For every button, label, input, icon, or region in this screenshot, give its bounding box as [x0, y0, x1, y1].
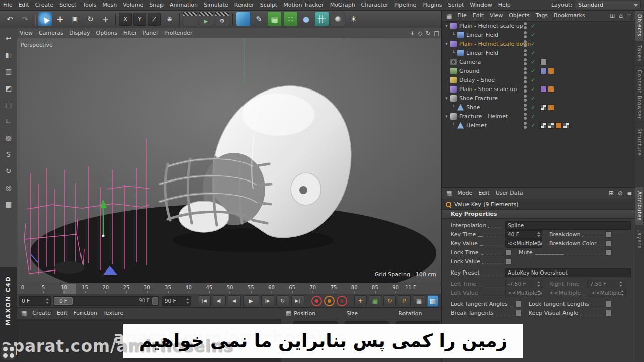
edges-mode-icon[interactable]: ∟ — [2, 114, 15, 128]
visibility-dots[interactable] — [524, 122, 527, 129]
menu-pipeline[interactable]: Pipeline — [391, 0, 419, 10]
tab-structure[interactable]: Structure — [635, 124, 643, 161]
last-tool-icon[interactable]: + — [99, 12, 112, 26]
mute-checkbox[interactable] — [605, 249, 612, 256]
tag-icon[interactable] — [540, 122, 547, 129]
panel-grid-icon[interactable]: ▦ — [21, 310, 27, 317]
key-time-input[interactable]: 40 F — [505, 230, 542, 239]
y-axis-lock-icon[interactable]: Y — [133, 13, 146, 26]
enabled-check-icon[interactable]: ✓ — [531, 86, 535, 93]
timeline-ruler[interactable]: 05101520253035404550556065707580859011 F — [17, 283, 441, 294]
goto-start-button[interactable]: |◀ — [198, 295, 211, 306]
menu-window[interactable]: Window — [467, 0, 495, 10]
object-row[interactable]: ▾Shoe Fracture✓ — [442, 94, 635, 103]
visibility-dots[interactable] — [524, 40, 527, 47]
breakdown-color-checkbox[interactable] — [605, 240, 612, 247]
texture-mode-icon[interactable]: ▥ — [2, 64, 15, 78]
range-start-handle[interactable]: 0 F — [54, 297, 73, 305]
object-row[interactable]: └Shoe✓ — [442, 103, 635, 112]
enabled-check-icon[interactable]: ✓ — [531, 41, 535, 47]
environment-floor-icon[interactable] — [314, 12, 329, 26]
tag-icon[interactable] — [548, 104, 554, 111]
am-menu-mode[interactable]: Mode — [454, 188, 475, 198]
home-icon[interactable]: ⌂ — [619, 12, 623, 19]
points-mode-icon[interactable]: □ — [2, 98, 15, 111]
redo-icon[interactable]: ↷ — [18, 12, 32, 26]
expand-icon[interactable]: ▾ — [443, 23, 450, 28]
tag-icon[interactable] — [540, 104, 547, 111]
toggle-views-icon[interactable]: □ — [434, 30, 439, 37]
menu-sculpt[interactable]: Sculpt — [257, 0, 280, 10]
lock-time-checkbox[interactable] — [505, 249, 512, 256]
vp-menu-cameras[interactable]: Cameras — [36, 28, 66, 38]
viewport-panel[interactable]: ViewCamerasDisplayOptionsFilterPanelProR… — [17, 28, 441, 283]
locked-workplane-icon[interactable]: ▤ — [2, 197, 15, 211]
search-icon[interactable]: ⊞ — [610, 12, 615, 19]
enabled-check-icon[interactable]: ✓ — [531, 59, 535, 65]
tab-takes[interactable]: Takes — [635, 41, 643, 66]
lock-icon[interactable]: ⊘ — [618, 190, 623, 197]
vp-menu-options[interactable]: Options — [93, 28, 120, 38]
z-axis-lock-icon[interactable]: Z — [148, 13, 161, 26]
range-end-handle[interactable] — [152, 297, 158, 305]
prev-key-button[interactable]: ◀| — [213, 295, 226, 306]
play-button[interactable]: ▶ — [243, 295, 259, 306]
mat-menu-create[interactable]: Create — [29, 308, 54, 318]
menu-tools[interactable]: Tools — [79, 0, 99, 10]
menu-simulate[interactable]: Simulate — [201, 0, 231, 10]
mograph-effector-icon[interactable]: ∷ — [283, 12, 298, 26]
expand-icon[interactable]: ▾ — [443, 41, 450, 46]
om-menu-tags[interactable]: Tags — [533, 11, 551, 21]
enabled-check-icon[interactable]: ✓ — [531, 104, 535, 111]
menu-create[interactable]: Create — [32, 0, 57, 10]
goto-end-button[interactable]: ▶| — [291, 295, 304, 306]
expand-icon[interactable]: ▾ — [443, 114, 450, 119]
record-scale-toggle[interactable]: ▦ — [369, 295, 381, 306]
tab-objects[interactable]: Objects — [635, 10, 643, 41]
visibility-dots[interactable] — [524, 58, 527, 65]
object-row[interactable]: └Linear Field✓ — [442, 48, 635, 57]
am-menu-edit[interactable]: Edit — [475, 188, 492, 198]
panel-grid-icon[interactable]: ▦ — [446, 190, 452, 197]
enabled-check-icon[interactable]: ✓ — [531, 23, 535, 29]
key-preset-dropdown[interactable]: AutoKey No Overshoot — [505, 268, 631, 277]
visibility-dots[interactable] — [524, 95, 527, 102]
key-value-input[interactable]: <<Multiple V — [505, 239, 542, 248]
menu-snap[interactable]: Snap — [146, 0, 167, 10]
menu-character[interactable]: Character — [358, 0, 391, 10]
vp-menu-prorender[interactable]: ProRender — [161, 28, 196, 38]
record-active-objects-button[interactable]: ▦ — [427, 295, 438, 307]
render-picture-viewer-icon[interactable]: ▶ — [199, 12, 213, 26]
mat-menu-function[interactable]: Function — [70, 308, 100, 318]
record-position-toggle[interactable]: + — [354, 295, 367, 306]
object-row[interactable]: ▾Fracture - Helmet✓ — [442, 112, 635, 121]
vp-menu-filter[interactable]: Filter — [120, 28, 140, 38]
tag-icon[interactable] — [540, 68, 547, 74]
object-row[interactable]: ▾Plain - Helmet scale up✓ — [442, 21, 635, 30]
lock-tangent-angles-checkbox[interactable] — [515, 301, 522, 307]
panel-grid-icon[interactable]: ▦ — [446, 12, 452, 19]
vp-menu-view[interactable]: View — [17, 28, 36, 38]
x-axis-lock-icon[interactable]: X — [119, 13, 132, 26]
object-row[interactable]: Camera✓ — [442, 57, 635, 66]
om-menu-bookmarks[interactable]: Bookmarks — [551, 11, 588, 21]
vp-menu-display[interactable]: Display — [66, 28, 93, 38]
key-properties-section[interactable]: Key Properties — [442, 210, 635, 219]
menu-script[interactable]: Script — [445, 0, 467, 10]
rotate-tool-icon[interactable]: ↻ — [84, 12, 97, 26]
tag-icon[interactable] — [548, 86, 554, 93]
add-cube-icon[interactable] — [236, 12, 251, 26]
search-icon[interactable]: ⊞ — [609, 190, 614, 197]
am-menu-user-data[interactable]: User Data — [493, 188, 526, 198]
pan-view-icon[interactable]: + — [410, 30, 415, 37]
enable-axis-icon[interactable]: S — [2, 147, 15, 161]
scale-tool-icon[interactable]: ▣ — [68, 12, 82, 26]
tag-icon[interactable] — [540, 86, 547, 93]
om-menu-edit[interactable]: Edit — [470, 11, 487, 21]
enabled-check-icon[interactable]: ✓ — [531, 95, 535, 102]
snap-icon[interactable]: ◎ — [2, 180, 15, 194]
tab-layers[interactable]: Layers — [635, 225, 643, 253]
tag-icon[interactable] — [548, 68, 554, 74]
add-spline-icon[interactable]: ✎ — [252, 12, 266, 26]
coordinate-system-icon[interactable]: ⊕ — [163, 12, 176, 26]
